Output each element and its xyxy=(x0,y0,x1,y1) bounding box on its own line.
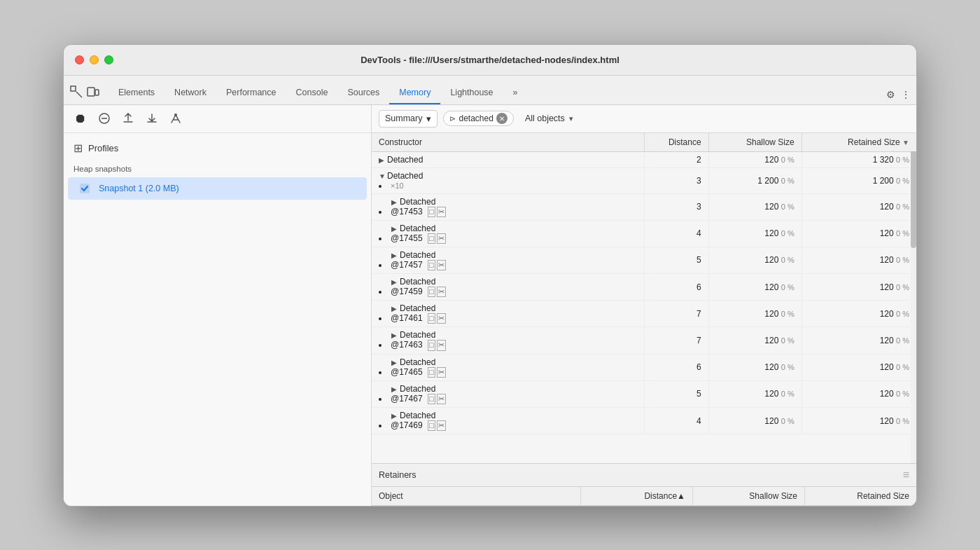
tab-network[interactable]: Network xyxy=(164,82,216,104)
tree-arrow-icon[interactable]: ▶ xyxy=(391,305,400,312)
retained-pct: 0 % xyxy=(896,202,909,211)
table-row[interactable]: ▶ Detached @17457 □✂ 5120 0 %120 0 % xyxy=(372,247,916,273)
retainers-col-object-header: Object xyxy=(372,487,581,505)
filter-chip[interactable]: ⊳ detached ✕ xyxy=(443,111,513,126)
scissors-icon[interactable]: ✂ xyxy=(437,313,446,324)
svg-rect-0 xyxy=(71,86,76,91)
table-row[interactable]: ▶ Detached 2120 0 %1 320 0 % xyxy=(372,151,916,167)
shallow-value: 120 xyxy=(764,282,778,292)
col-header-distance[interactable]: Distance xyxy=(644,133,708,152)
constructor-label: Detached @17461 □✂ xyxy=(379,303,637,324)
tree-arrow-icon[interactable]: ▶ xyxy=(391,225,400,233)
shallow-size-cell: 1 200 0 % xyxy=(708,167,802,193)
tree-arrow-icon[interactable]: ▶ xyxy=(391,385,400,393)
scissors-icon[interactable]: ✂ xyxy=(437,420,446,431)
shallow-pct: 0 % xyxy=(781,256,794,264)
record-button[interactable]: ⏺ xyxy=(71,109,90,128)
tab-memory[interactable]: Memory xyxy=(389,82,440,104)
shallow-size-cell: 120 0 % xyxy=(708,301,802,327)
distance-cell: 5 xyxy=(644,380,708,407)
svg-point-4 xyxy=(174,114,177,116)
tab-console[interactable]: Console xyxy=(286,82,338,104)
tree-arrow-icon[interactable]: ▶ xyxy=(391,359,400,366)
retained-value: 1 320 xyxy=(873,155,894,165)
scissors-icon[interactable]: ✂ xyxy=(437,260,446,270)
table-row[interactable]: ▶ Detached @17453 □✂ 3120 0 %120 0 % xyxy=(372,193,916,220)
scissors-icon[interactable]: ✂ xyxy=(437,394,446,404)
clear-button[interactable] xyxy=(94,109,114,128)
snapshot-icon xyxy=(78,181,92,195)
distance-cell: 4 xyxy=(644,408,708,434)
upload-button[interactable] xyxy=(118,109,138,128)
settings-icon[interactable]: ⚙ xyxy=(886,89,895,100)
store-icon[interactable]: □ xyxy=(428,420,435,431)
retained-pct: 0 % xyxy=(896,363,909,371)
shallow-pct: 0 % xyxy=(781,156,794,164)
retained-value: 120 xyxy=(880,282,894,292)
table-row[interactable]: ▶ Detached @17459 □✂ 6120 0 %120 0 % xyxy=(372,274,916,301)
more-options-icon[interactable]: ⋮ xyxy=(901,89,911,100)
objects-dropdown[interactable]: All objects ▾ xyxy=(519,111,579,126)
shallow-value: 120 xyxy=(764,416,778,426)
table-row[interactable]: ▶ Detached @17467 □✂ 5120 0 %120 0 % xyxy=(372,380,916,407)
table-row[interactable]: ▶ Detached @17469 □✂ 4120 0 %120 0 % xyxy=(372,408,916,434)
store-icon[interactable]: □ xyxy=(428,313,435,324)
summary-label: Summary xyxy=(385,114,422,123)
tab-lighthouse[interactable]: Lighthouse xyxy=(440,82,503,104)
shallow-pct: 0 % xyxy=(781,229,794,238)
heap-table-container[interactable]: Constructor Distance Shallow Size Retain… xyxy=(372,133,916,463)
tree-arrow-icon[interactable]: ▶ xyxy=(379,156,387,164)
tab-more[interactable]: » xyxy=(503,82,528,104)
store-icon[interactable]: □ xyxy=(428,233,435,244)
maximize-button[interactable] xyxy=(104,55,113,64)
close-button[interactable] xyxy=(75,55,84,64)
tree-arrow-icon[interactable]: ▶ xyxy=(391,198,400,206)
scissors-icon[interactable]: ✂ xyxy=(437,287,446,297)
download-button[interactable] xyxy=(142,109,162,128)
tree-arrow-icon[interactable]: ▶ xyxy=(391,331,400,339)
tab-elements[interactable]: Elements xyxy=(108,82,164,104)
scissors-icon[interactable]: ✂ xyxy=(437,233,446,244)
retained-value: 120 xyxy=(880,202,894,212)
store-icon[interactable]: □ xyxy=(428,340,435,350)
store-icon[interactable]: □ xyxy=(428,207,435,217)
col-header-retained[interactable]: Retained Size ▼ xyxy=(802,133,916,152)
tab-performance[interactable]: Performance xyxy=(216,82,286,104)
minimize-button[interactable] xyxy=(90,55,99,64)
tree-arrow-icon[interactable]: ▶ xyxy=(391,278,400,286)
tree-arrow-icon[interactable]: ▼ xyxy=(379,172,387,180)
store-icon[interactable]: □ xyxy=(428,394,435,404)
right-panel: Summary ▾ ⊳ detached ✕ All objects ▾ xyxy=(372,105,916,506)
sweep-button[interactable] xyxy=(166,109,186,128)
retainers-col-shallow-header: Shallow Size xyxy=(693,487,805,505)
tab-sources[interactable]: Sources xyxy=(337,82,389,104)
scissors-icon[interactable]: ✂ xyxy=(437,340,446,350)
retained-size-cell: 120 0 % xyxy=(802,327,916,354)
retained-pct: 0 % xyxy=(896,336,909,345)
tree-arrow-icon[interactable]: ▶ xyxy=(391,412,400,420)
device-icon[interactable] xyxy=(86,85,100,99)
col-header-constructor[interactable]: Constructor xyxy=(372,133,644,152)
summary-dropdown[interactable]: Summary ▾ xyxy=(379,110,438,128)
table-row[interactable]: ▼ Detached ×1031 200 0 %1 200 0 % xyxy=(372,167,916,193)
store-icon[interactable]: □ xyxy=(428,367,435,378)
scissors-icon[interactable]: ✂ xyxy=(437,207,446,217)
table-row[interactable]: ▶ Detached @17465 □✂ 6120 0 %120 0 % xyxy=(372,354,916,380)
col-header-shallow[interactable]: Shallow Size xyxy=(708,133,802,152)
shallow-pct: 0 % xyxy=(781,390,794,398)
retained-value: 120 xyxy=(880,309,894,319)
store-icon[interactable]: □ xyxy=(428,287,435,297)
tabbar-right-icons: ⚙ ⋮ xyxy=(886,89,911,104)
table-row[interactable]: ▶ Detached @17461 □✂ 7120 0 %120 0 % xyxy=(372,301,916,327)
table-row[interactable]: ▶ Detached @17455 □✂ 4120 0 %120 0 % xyxy=(372,220,916,247)
table-row[interactable]: ▶ Detached @17463 □✂ 7120 0 %120 0 % xyxy=(372,327,916,354)
snapshot-label: Snapshot 1 (2.0 MB) xyxy=(99,184,179,193)
snapshot-item[interactable]: Snapshot 1 (2.0 MB) xyxy=(68,177,367,200)
filter-close-button[interactable]: ✕ xyxy=(496,113,507,124)
tree-arrow-icon[interactable]: ▶ xyxy=(391,252,400,259)
store-icon[interactable]: □ xyxy=(428,260,435,270)
inspect-icon[interactable] xyxy=(69,85,83,99)
table-scrollbar-track[interactable] xyxy=(911,133,916,463)
profiles-sliders-icon: ⊞ xyxy=(74,142,83,155)
scissors-icon[interactable]: ✂ xyxy=(437,367,446,378)
